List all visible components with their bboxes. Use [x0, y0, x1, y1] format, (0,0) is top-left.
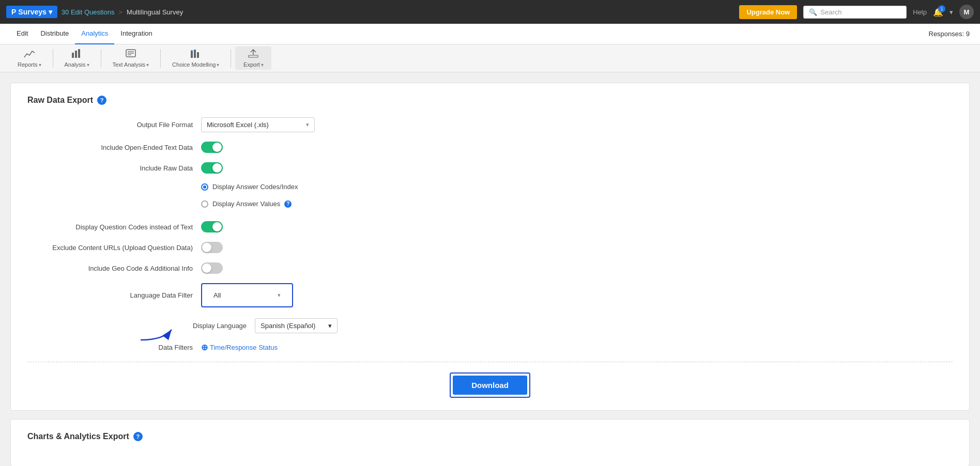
display-language-label: Display Language — [193, 322, 247, 330]
toolbar-choice-modelling[interactable]: Choice Modelling ▾ — [165, 46, 226, 70]
svg-rect-9 — [197, 52, 199, 58]
breadcrumb-current: Multilingual Survey — [127, 8, 183, 16]
export-icon — [248, 49, 259, 60]
choice-modelling-caret: ▾ — [217, 62, 219, 68]
raw-data-row: Include Raw Data — [27, 162, 953, 174]
toolbar-text-analysis[interactable]: Text Analysis ▾ — [105, 46, 157, 70]
display-language-row: Display Language Spanish (Español) ▾ — [193, 318, 338, 333]
brand-caret: ▾ — [49, 8, 52, 16]
breadcrumb-step1[interactable]: 30 Edit Questions — [62, 8, 115, 16]
notification-badge: 1 — [938, 5, 945, 12]
search-icon: 🔍 — [809, 8, 817, 16]
exclude-urls-row: Exclude Content URLs (Upload Question Da… — [27, 242, 953, 253]
reports-label-group: Reports ▾ — [18, 61, 41, 68]
search-box[interactable]: 🔍 Search — [803, 6, 907, 19]
open-ended-row: Include Open-Ended Text Data — [27, 142, 953, 153]
output-format-select[interactable]: Microsoft Excel (.xls) ▾ — [201, 117, 315, 132]
top-nav: P Surveys ▾ 30 Edit Questions > Multilin… — [0, 0, 980, 24]
svg-rect-1 — [75, 51, 77, 58]
arrow-annotation-svg — [133, 317, 185, 343]
display-codes-label: Display Answer Codes/Index — [212, 183, 298, 191]
geo-code-knob — [202, 263, 211, 273]
choice-modelling-icon — [190, 49, 202, 60]
raw-data-knob — [212, 163, 222, 173]
analysis-caret: ▾ — [87, 62, 89, 68]
display-answer-values-row: Display Answer Values ? — [201, 200, 292, 208]
text-analysis-icon — [125, 49, 136, 60]
main-content: Raw Data Export ? Output File Format Mic… — [0, 72, 980, 466]
toolbar-analysis[interactable]: Analysis ▾ — [57, 46, 97, 70]
toolbar: Reports ▾ Analysis ▾ Text Analysis ▾ Cho… — [0, 44, 980, 72]
display-language-select[interactable]: Spanish (Español) ▾ — [255, 318, 338, 333]
download-section: Download — [27, 362, 953, 398]
text-analysis-label-group: Text Analysis ▾ — [113, 61, 149, 68]
reports-label: Reports — [18, 61, 38, 68]
question-codes-toggle[interactable] — [201, 221, 223, 232]
display-values-help-icon[interactable]: ? — [284, 200, 292, 208]
display-values-radio[interactable] — [201, 200, 208, 208]
question-codes-label: Display Question Codes instead of Text — [27, 223, 193, 231]
upgrade-button[interactable]: Upgrade Now — [739, 5, 797, 19]
open-ended-toggle[interactable] — [201, 142, 223, 153]
reports-icon — [24, 49, 35, 60]
search-placeholder: Search — [820, 8, 841, 16]
display-answer-row: Display Answer Codes/Index Display Answe… — [27, 183, 953, 212]
language-filter-control: All ▾ — [201, 283, 293, 307]
raw-data-export-card: Raw Data Export ? Output File Format Mic… — [10, 83, 970, 411]
charts-analytics-help-icon[interactable]: ? — [133, 432, 143, 441]
data-filters-label: Data Filters — [27, 344, 193, 351]
nav-item-edit[interactable]: Edit — [10, 24, 34, 44]
text-analysis-caret: ▾ — [146, 62, 149, 68]
geo-code-toggle[interactable] — [201, 262, 223, 274]
nav-item-distribute[interactable]: Distribute — [34, 24, 75, 44]
nav-item-integration[interactable]: Integration — [114, 24, 158, 44]
filter-plus-icon: ⊕ — [201, 343, 208, 352]
language-filter-label: Language Data Filter — [27, 291, 193, 299]
display-values-label: Display Answer Values — [212, 200, 280, 208]
breadcrumb: 30 Edit Questions > Multilingual Survey — [62, 8, 183, 16]
nav-caret[interactable]: ▾ — [950, 8, 953, 16]
help-icon[interactable]: ? — [97, 96, 106, 105]
language-filter-select[interactable]: All ▾ — [208, 288, 286, 302]
open-ended-label: Include Open-Ended Text Data — [27, 144, 193, 151]
filter-link-label: Time/Response Status — [210, 344, 278, 351]
language-filter-value: All — [213, 291, 221, 299]
toolbar-reports[interactable]: Reports ▾ — [10, 46, 49, 70]
display-answer-codes-row: Display Answer Codes/Index — [201, 183, 298, 191]
raw-data-export-title: Raw Data Export ? — [27, 96, 953, 105]
charts-analytics-card: Charts & Analytics Export ? — [10, 419, 970, 466]
download-button[interactable]: Download — [453, 376, 527, 395]
export-caret: ▾ — [261, 62, 264, 68]
display-codes-radio[interactable] — [201, 183, 208, 191]
svg-rect-7 — [191, 51, 193, 58]
top-nav-right: Upgrade Now 🔍 Search Help 🔔 1 ▾ M — [739, 5, 974, 19]
data-filters-link[interactable]: ⊕ Time/Response Status — [201, 343, 278, 352]
exclude-urls-knob — [202, 243, 211, 252]
analysis-label: Analysis — [65, 61, 86, 68]
toolbar-sep-3 — [160, 49, 161, 68]
question-codes-control — [201, 221, 223, 232]
notification-icon[interactable]: 🔔 1 — [933, 7, 943, 17]
exclude-urls-toggle[interactable] — [201, 242, 223, 253]
analysis-icon — [71, 49, 83, 60]
display-language-caret: ▾ — [328, 322, 332, 330]
svg-rect-8 — [194, 50, 196, 58]
arrow-container — [27, 317, 193, 343]
toolbar-sep-1 — [53, 49, 53, 68]
raw-data-toggle[interactable] — [201, 162, 223, 174]
analysis-label-group: Analysis ▾ — [65, 61, 89, 68]
toolbar-export[interactable]: Export ▾ — [235, 46, 271, 70]
export-label: Export — [243, 61, 260, 68]
export-label-group: Export ▾ — [243, 61, 264, 68]
display-answer-controls: Display Answer Codes/Index Display Answe… — [201, 183, 298, 212]
toolbar-sep-4 — [231, 49, 231, 68]
svg-rect-2 — [78, 49, 80, 58]
avatar[interactable]: M — [959, 5, 974, 19]
choice-modelling-label-group: Choice Modelling ▾ — [172, 61, 219, 68]
language-filter-row: Language Data Filter All ▾ — [27, 283, 953, 307]
text-analysis-label: Text Analysis — [113, 61, 146, 68]
brand-button[interactable]: P Surveys ▾ — [6, 6, 57, 18]
output-format-control: Microsoft Excel (.xls) ▾ — [201, 117, 315, 132]
nav-item-analytics[interactable]: Analytics — [75, 24, 114, 44]
breadcrumb-sep: > — [118, 8, 122, 16]
